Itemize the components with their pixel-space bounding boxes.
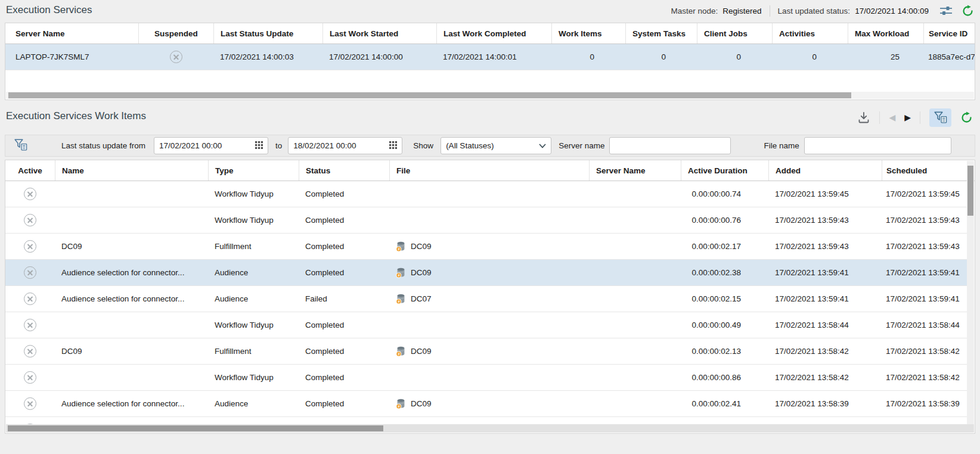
table-row-partial[interactable]: Audience selection for connector... Audi…	[5, 417, 968, 424]
cell-name: Audience selection for connector...	[55, 417, 208, 424]
work-items-horizontal-scrollbar[interactable]	[6, 424, 974, 433]
cell-type: Audience	[208, 260, 299, 285]
cell-status: Completed	[299, 338, 389, 364]
col-last-work-started[interactable]: Last Work Started	[322, 23, 436, 43]
table-row[interactable]: Workflow Tidyup Completed 0.00:00:00.86 …	[5, 365, 968, 391]
work-items-table-header: Active Name Type Status File Server Name…	[5, 160, 975, 181]
cell-status: Completed	[299, 312, 389, 338]
table-row[interactable]: DC09 Fulfillment Completed DC09 0.00:00:…	[5, 338, 968, 365]
cell-status: Failed	[299, 417, 389, 424]
filter-list-toggle[interactable]	[929, 108, 951, 127]
table-row[interactable]: Workflow Tidyup Completed 0.00:00:00.76 …	[5, 207, 968, 234]
active-circle-x-icon	[24, 240, 36, 253]
status-dropdown[interactable]: (All Statuses)	[441, 137, 551, 154]
col-last-status-update[interactable]: Last Status Update	[213, 23, 322, 43]
cell-file: DC09	[389, 391, 589, 416]
active-circle-x-icon	[24, 214, 36, 226]
cell-name: DC09	[55, 234, 208, 259]
cell-service-id: 1885a7ec-d7	[923, 44, 975, 70]
col-active-duration[interactable]: Active Duration	[681, 160, 768, 181]
active-circle-x-icon	[24, 293, 36, 305]
to-date-input[interactable]	[293, 141, 386, 150]
cell-server-name	[589, 338, 681, 364]
settings-sliders-icon[interactable]	[939, 5, 953, 16]
cell-type: Workflow Tidyup	[208, 365, 299, 390]
cell-added: 17/02/2021 13:59:41	[768, 260, 882, 285]
active-circle-x-icon	[24, 371, 36, 384]
active-circle-x-icon	[24, 397, 36, 410]
col-file[interactable]: File	[389, 160, 589, 181]
cell-last-status-update: 17/02/2021 14:00:03	[213, 44, 322, 70]
col-work-items[interactable]: Work Items	[551, 23, 625, 43]
server-name-field[interactable]	[609, 137, 731, 154]
refresh-icon[interactable]	[960, 111, 973, 124]
cell-name	[55, 312, 208, 338]
table-row[interactable]: Audience selection for connector... Audi…	[5, 286, 968, 312]
cell-server-name	[589, 417, 681, 424]
col-name[interactable]: Name	[55, 160, 208, 181]
active-circle-x-icon	[24, 188, 36, 200]
chevron-down-icon	[539, 141, 546, 150]
col-max-workload[interactable]: Max Workload	[848, 23, 923, 43]
cell-server-name	[589, 260, 681, 285]
from-date-field[interactable]	[154, 137, 268, 154]
table-row[interactable]: Audience selection for connector... Audi…	[5, 391, 968, 417]
to-date-field[interactable]	[288, 137, 402, 154]
col-scheduled[interactable]: Scheduled	[882, 160, 975, 181]
table-row-selected[interactable]: Audience selection for connector... Audi…	[5, 260, 968, 286]
col-service-id[interactable]: Service ID	[923, 23, 975, 43]
server-row[interactable]: LAPTOP-7JK7SML7 17/02/2021 14:00:03 17/0…	[5, 44, 975, 70]
col-server-name[interactable]: Server Name	[5, 23, 138, 43]
cell-scheduled: 17/02/2021 13:58:36	[882, 417, 968, 424]
work-items-table: Active Name Type Status File Server Name…	[5, 160, 975, 434]
cell-name	[55, 207, 208, 233]
table-row[interactable]: DC09 Fulfillment Completed DC09 0.00:00:…	[5, 234, 968, 260]
cell-status: Completed	[299, 365, 389, 390]
page-title: Execution Services	[6, 4, 92, 16]
col-suspended[interactable]: Suspended	[138, 23, 213, 43]
refresh-icon[interactable]	[962, 5, 974, 17]
server-name-input[interactable]	[615, 141, 725, 150]
scrollbar-thumb[interactable]	[8, 92, 851, 98]
servers-table-header: Server Name Suspended Last Status Update…	[5, 23, 975, 44]
cell-active-duration: 0.00:00:02.17	[681, 234, 768, 259]
database-file-icon	[396, 346, 405, 357]
cell-name	[55, 365, 208, 390]
cell-file: DC07	[389, 417, 589, 424]
cell-scheduled: 17/02/2021 13:59:41	[882, 286, 968, 312]
col-last-work-completed[interactable]: Last Work Completed	[436, 23, 551, 43]
col-activities[interactable]: Activities	[772, 23, 848, 43]
cell-status: Completed	[299, 234, 389, 259]
col-status[interactable]: Status	[299, 160, 389, 181]
cell-active-duration: 0.00:00:00.76	[681, 207, 768, 233]
col-type[interactable]: Type	[208, 160, 299, 181]
col-server-name[interactable]: Server Name	[589, 160, 681, 181]
status-dropdown-value: (All Statuses)	[446, 141, 535, 150]
file-name-input[interactable]	[810, 141, 946, 150]
cell-max-workload: 25	[848, 44, 923, 70]
col-active[interactable]: Active	[5, 160, 55, 181]
cell-server-name	[589, 181, 681, 207]
work-items-vertical-scrollbar[interactable]	[967, 161, 974, 425]
database-file-icon	[396, 294, 405, 304]
table-row[interactable]: Workflow Tidyup Completed 0.00:00:00.74 …	[5, 181, 968, 207]
from-date-input[interactable]	[159, 141, 252, 150]
servers-horizontal-scrollbar[interactable]	[6, 92, 974, 99]
calendar-grid-icon[interactable]	[255, 141, 263, 151]
cell-status: Failed	[299, 286, 389, 312]
download-icon[interactable]	[857, 111, 870, 124]
cell-file: DC09	[389, 234, 589, 259]
previous-arrow-icon[interactable]: ◀	[889, 113, 895, 122]
col-system-tasks[interactable]: System Tasks	[625, 23, 697, 43]
file-name-field[interactable]	[804, 137, 951, 154]
col-client-jobs[interactable]: Client Jobs	[697, 23, 772, 43]
cell-name: DC09	[55, 338, 208, 364]
calendar-grid-icon[interactable]	[389, 141, 397, 151]
scrollbar-thumb[interactable]	[967, 166, 973, 216]
next-arrow-icon[interactable]: ▶	[904, 113, 911, 122]
col-added[interactable]: Added	[768, 160, 882, 181]
cell-client-jobs: 0	[697, 44, 772, 70]
cell-server-name	[589, 391, 681, 416]
table-row[interactable]: Workflow Tidyup Completed 0.00:00:00.49 …	[5, 312, 968, 338]
scrollbar-thumb[interactable]	[8, 425, 383, 431]
